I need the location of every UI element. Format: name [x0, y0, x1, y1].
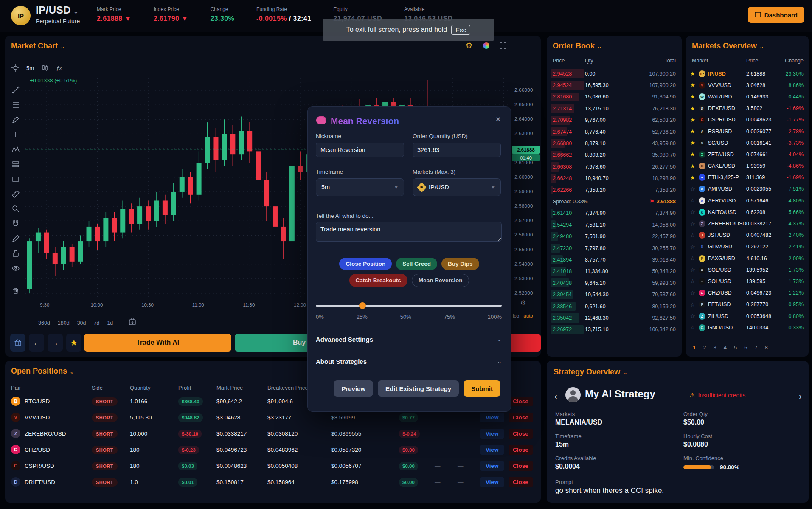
magnet-icon[interactable] [11, 219, 20, 228]
prev-button[interactable]: ← [29, 334, 44, 352]
market-row[interactable]: ☆ ≡ SOL/USD 139.5952 1.73% [690, 264, 804, 276]
favorite-star-icon[interactable]: ☆ [690, 267, 699, 273]
preview-button[interactable]: Preview [334, 380, 373, 397]
prev-strategy-chevron[interactable]: ‹ [554, 391, 557, 401]
ai-prompt-textarea[interactable]: Trade mean reversion [316, 222, 502, 242]
interval-selector[interactable]: 5m [26, 65, 34, 71]
confidence-slider-thumb[interactable] [359, 302, 366, 309]
market-row[interactable]: ☆ G GNO/USD 140.0334 0.33% [690, 322, 804, 333]
view-button[interactable]: View [480, 477, 504, 487]
log-scale-toggle[interactable]: log [513, 313, 519, 318]
range-1d[interactable]: 1d [107, 320, 113, 326]
next-strategy-chevron[interactable]: › [799, 391, 802, 401]
view-button[interactable]: View [480, 429, 504, 439]
candle-style-icon[interactable] [41, 64, 49, 72]
favorite-star-icon[interactable]: ★ [690, 151, 699, 157]
open-positions-title[interactable]: Open Positions⌄ [11, 367, 74, 376]
ask-row[interactable]: 2.94528 0.00 107,900.20 [553, 68, 676, 79]
market-row[interactable]: ☆ K KAITO/USD 0.62208 5.66% [690, 206, 804, 218]
favorite-star-icon[interactable]: ★ [690, 163, 699, 169]
markets-overview-title[interactable]: Markets Overview⌄ [692, 42, 764, 51]
ask-row[interactable]: 2.70982 9,767.00 62,503.20 [553, 115, 676, 126]
favorite-star-icon[interactable]: ★ [690, 93, 699, 100]
close-position-button[interactable]: Close [509, 397, 533, 406]
strategy-overview-title[interactable]: Strategy Overview⌄ [554, 368, 627, 377]
market-row[interactable]: ★ V VVV/USD 3.04628 8.86% [690, 79, 804, 91]
range-360d[interactable]: 360d [38, 320, 50, 326]
market-row[interactable]: ☆ J JST/USD 0.0407482 2.40% [690, 230, 804, 241]
view-button[interactable]: View [480, 413, 504, 422]
favorite-star-icon[interactable]: ☆ [690, 301, 699, 308]
range-7d[interactable]: 7d [93, 320, 99, 326]
ask-row[interactable]: 2.67474 8,776.40 52,736.20 [553, 126, 676, 138]
go-to-date-icon[interactable] [129, 318, 136, 327]
bid-row[interactable]: 2.35042 12,468.30 92,627.50 [553, 312, 676, 323]
markets-select[interactable]: IP IP/USD ▼ [413, 178, 501, 196]
page-number[interactable]: 8 [765, 344, 768, 351]
favorite-star-icon[interactable]: ☆ [690, 278, 699, 284]
ask-row[interactable]: 2.66308 7,978.60 26,277.50 [553, 161, 676, 172]
market-row[interactable]: ★ W WAL/USD 0.146933 0.44% [690, 91, 804, 102]
market-row[interactable]: ★ C CAKE/USD 1.93959 -4.86% [690, 160, 804, 172]
market-row[interactable]: ☆ P PAXG/USD 4,610.16 2.00% [690, 253, 804, 264]
ask-row[interactable]: 2.66662 8,803.20 35,080.70 [553, 149, 676, 161]
strategy-preset-button[interactable]: Catch Breakouts [349, 274, 407, 287]
auto-scale-toggle[interactable]: auto [523, 313, 533, 318]
chart-settings-icon[interactable]: ⚙ [464, 41, 474, 50]
favorite-star-icon[interactable]: ☆ [690, 232, 699, 239]
bid-row[interactable]: 2.41018 11,334.80 50,348.20 [553, 266, 676, 277]
brush-icon[interactable] [11, 115, 20, 124]
favorite-star-button[interactable]: ★ [66, 334, 81, 352]
favorite-star-icon[interactable]: ★ [690, 117, 699, 123]
close-position-button[interactable]: Close [509, 413, 533, 422]
pencil-icon[interactable] [11, 234, 20, 243]
xabcd-pattern-icon[interactable] [11, 145, 20, 154]
timeframe-select[interactable]: 5m ▼ [316, 178, 404, 196]
eye-icon[interactable] [11, 264, 20, 273]
view-button[interactable]: View [480, 445, 504, 455]
market-row[interactable]: ★ IP IP/USD 2.61888 23.30% [690, 68, 804, 79]
view-button[interactable]: View [480, 461, 504, 471]
edit-existing-strategy-button[interactable]: Edit Existing Strategy [378, 380, 459, 397]
strategy-preset-button[interactable]: Close Position [339, 258, 392, 270]
favorite-star-icon[interactable]: ★ [690, 174, 699, 181]
bid-row[interactable]: 2.61410 7,374.90 7,374.90 [553, 208, 676, 219]
favorite-star-icon[interactable]: ☆ [690, 209, 699, 215]
strategy-preset-button[interactable]: Buy Dips [441, 258, 479, 270]
next-button[interactable]: → [48, 334, 63, 352]
bid-row[interactable]: 2.49480 7,501.90 22,457.90 [553, 231, 676, 242]
page-number[interactable]: 3 [713, 344, 716, 351]
exchange-bank-button[interactable] [10, 334, 25, 352]
order-book-title[interactable]: Order Book⌄ [553, 42, 602, 51]
favorite-star-icon[interactable]: ☆ [690, 313, 699, 319]
favorite-star-icon[interactable]: ★ [690, 105, 699, 112]
submit-button[interactable]: Submit [464, 380, 500, 397]
close-position-button[interactable]: Close [509, 429, 533, 439]
trash-icon[interactable] [11, 287, 20, 295]
market-row[interactable]: ★ D DEXE/USD 3.5802 -1.69% [690, 103, 804, 114]
favorite-star-icon[interactable]: ★ [690, 140, 699, 146]
page-number[interactable]: 7 [754, 344, 757, 351]
crosshair-icon[interactable] [11, 64, 20, 72]
market-row[interactable]: ★ # RSR/USD 0.0026077 -2.78% [690, 126, 804, 137]
ask-row[interactable]: 2.94524 16,595.30 107,900.20 [553, 79, 676, 91]
range-30d[interactable]: 30d [77, 320, 86, 326]
fullscreen-icon[interactable] [498, 41, 508, 50]
trend-line-icon[interactable] [11, 86, 20, 94]
long-position-icon[interactable] [11, 160, 20, 169]
market-row[interactable]: ☆ F FET/USD 0.287770 0.95% [690, 299, 804, 310]
favorite-star-icon[interactable]: ☆ [690, 221, 699, 227]
fib-retracement-icon[interactable] [11, 101, 20, 109]
market-row[interactable]: ★ Z ZETA/USD 0.074661 -4.94% [690, 149, 804, 160]
favorite-star-icon[interactable]: ☆ [690, 255, 699, 262]
ask-row[interactable]: 2.71314 13,715.10 76,218.30 [553, 103, 676, 114]
market-row[interactable]: ☆ Z ZIL/USD 0.0053648 0.80% [690, 310, 804, 322]
zoom-icon[interactable] [11, 205, 20, 213]
market-row[interactable]: ☆ 8 GLM/USD 0.297122 2.41% [690, 241, 804, 253]
close-position-button[interactable]: Close [509, 477, 533, 487]
strategy-preset-button[interactable]: Mean Reversion [412, 274, 469, 287]
ask-row[interactable]: 2.66880 8,879.10 43,959.80 [553, 138, 676, 149]
favorite-star-icon[interactable]: ☆ [690, 290, 699, 296]
bid-row[interactable]: 2.39454 10,544.30 70,537.60 [553, 289, 676, 300]
symbol-selector[interactable]: IP/USD⌄ [36, 4, 79, 16]
